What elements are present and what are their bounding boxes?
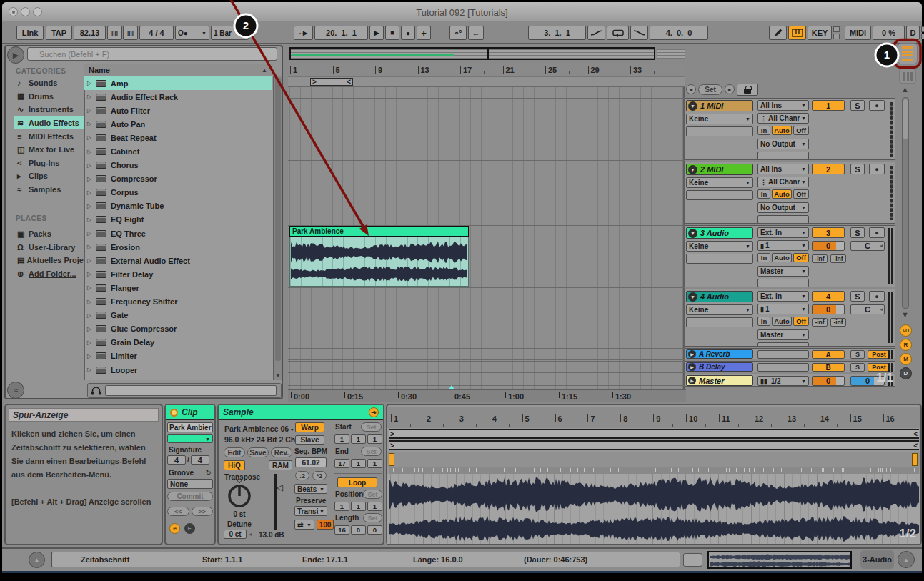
return-badge[interactable]: A	[812, 350, 845, 359]
list-header-row[interactable]: Name ▲	[84, 64, 273, 76]
device-row-glue-compressor[interactable]: ▷Glue Compressor	[84, 322, 272, 336]
sidebar-item-add-folder[interactable]: ⊕Add Folder...	[14, 267, 84, 281]
groove-pool-button[interactable]: ≈	[7, 382, 24, 399]
device-row-external-audio-effect[interactable]: ▷External Audio Effect	[84, 254, 272, 267]
search-input[interactable]	[27, 47, 277, 61]
track-number-badge[interactable]: 3	[812, 227, 845, 238]
arrangement-position-field[interactable]: 20. 1. 1	[314, 26, 368, 40]
output-chooser[interactable]: Master▼	[757, 266, 809, 277]
scrollbar-thumb[interactable]	[275, 78, 281, 361]
clip-name-field[interactable]: Park Ambier	[167, 422, 213, 432]
track-title[interactable]: ▶Master	[686, 375, 753, 386]
master-volume[interactable]: 0	[812, 376, 845, 386]
quantize-grid-menu[interactable]: 1 Bar▼	[211, 26, 249, 40]
returns-section-toggle[interactable]: R	[900, 339, 912, 351]
warp-mode-chooser[interactable]: Beats▼	[294, 484, 327, 494]
volume-slider[interactable]: 0	[812, 304, 845, 314]
device-chooser[interactable]: Keine▼	[686, 241, 753, 252]
hiq-toggle[interactable]: HiQ	[224, 460, 245, 470]
output-channel-slot[interactable]	[757, 152, 809, 160]
position-set-button[interactable]: Set	[363, 490, 382, 499]
expand-triangle-icon[interactable]: ▷	[87, 284, 96, 291]
expand-triangle-icon[interactable]: ▷	[87, 149, 96, 155]
sample-tab-icon[interactable]: ≋	[169, 523, 180, 534]
loop-brace[interactable]: ><	[310, 78, 353, 86]
marker-row[interactable]	[387, 452, 920, 467]
stop-button[interactable]: ■	[385, 26, 399, 40]
sample-end-marker[interactable]	[912, 453, 918, 466]
gain-value[interactable]: 13.0 dB	[259, 531, 284, 539]
tempo-field[interactable]: 82.13	[74, 26, 106, 40]
sample-start-marker[interactable]	[389, 453, 394, 466]
device-row-corpus[interactable]: ▷Corpus	[84, 186, 272, 199]
device-row-auto-filter[interactable]: ▷Auto Filter	[84, 104, 272, 117]
track-title[interactable]: ▼4 Audio	[686, 291, 753, 302]
output-chooser[interactable]: No Output▼	[757, 139, 809, 149]
back-to-arrangement-button[interactable]: ←	[468, 26, 484, 40]
device-row-eq-eight[interactable]: ▷EQ Eight	[84, 213, 272, 227]
tap-tempo-button[interactable]: TAP	[46, 26, 72, 40]
device-chooser[interactable]: Keine▼	[686, 304, 753, 315]
loop-length-value[interactable]: 16 0 0	[334, 525, 382, 535]
output-channel-slot[interactable]	[757, 342, 809, 347]
monitor-off-button[interactable]: Off	[793, 126, 809, 135]
input-channel-chooser[interactable]: ▮1▼	[757, 304, 809, 314]
sidebar-item-plug-ins[interactable]: ◃Plug-Ins	[14, 157, 84, 170]
current-track-button[interactable]: 3-Audio	[860, 550, 894, 569]
expand-triangle-icon[interactable]: ▷	[87, 312, 96, 319]
fold-icon[interactable]: ▼	[688, 101, 697, 111]
groove-refresh-icon[interactable]: ↻	[206, 469, 212, 477]
detune-field[interactable]: 0 ct	[224, 530, 247, 539]
track-number-badge[interactable]: 1	[812, 100, 845, 111]
expand-triangle-icon[interactable]: ▷	[87, 299, 96, 305]
edit-button[interactable]: Edit	[224, 447, 245, 457]
expand-triangle-icon[interactable]: ▷	[87, 271, 96, 277]
output-channel-slot[interactable]	[757, 279, 809, 287]
prev-clip-button[interactable]: <<	[167, 507, 189, 516]
volume-slider[interactable]: 0	[812, 241, 845, 251]
track-title[interactable]: ▶A Reverb	[686, 349, 753, 359]
expand-triangle-icon[interactable]: ▷	[87, 189, 96, 196]
play-fold-icon[interactable]: ▶	[688, 363, 696, 371]
start-set-button[interactable]: Set	[361, 422, 382, 432]
solo-button[interactable]: S	[850, 164, 865, 174]
play-fold-icon[interactable]: ▶	[688, 350, 696, 358]
scroll-up-icon[interactable]: ▲	[901, 85, 909, 94]
browser-fold-button[interactable]: ▶	[7, 46, 24, 64]
sort-arrow-icon[interactable]: ▲	[262, 67, 267, 74]
scroll-down-icon[interactable]: ▼	[275, 372, 281, 379]
track-number-badge[interactable]: 4	[812, 291, 845, 302]
monitor-off-button[interactable]: Off	[793, 189, 809, 199]
arm-button[interactable]: ●	[869, 100, 885, 111]
expand-triangle-icon[interactable]: ▷	[87, 339, 96, 346]
loop-toggle[interactable]: Loop	[337, 477, 377, 487]
sidebar-item-clips[interactable]: ▸Clips	[14, 169, 84, 183]
arrangement-overview[interactable]	[289, 47, 655, 60]
length-set-button[interactable]: Set	[363, 513, 382, 522]
loop-start-field[interactable]: 3. 1. 1	[528, 26, 586, 40]
input-type-chooser[interactable]: All Ins▼	[757, 164, 809, 174]
device-row-limiter[interactable]: ▷Limiter	[84, 349, 272, 363]
device-row-cabinet[interactable]: ▷Cabinet	[84, 144, 272, 158]
expand-triangle-icon[interactable]: ▷	[87, 217, 96, 223]
expand-triangle-icon[interactable]: ▷	[87, 134, 96, 141]
end-value[interactable]: 17 1 1	[334, 459, 382, 468]
time-signature-field[interactable]: 4 / 4	[139, 26, 174, 40]
arm-button[interactable]: ●	[869, 227, 885, 238]
beat-time-ruler[interactable]: 159131721252933	[288, 64, 685, 76]
device-row-looper[interactable]: ▷Looper	[84, 363, 272, 377]
monitor-off-button[interactable]: Off	[793, 253, 809, 262]
track-title[interactable]: ▼2 MIDI	[686, 164, 753, 175]
double-tempo-button[interactable]: *2	[312, 471, 327, 480]
return-badge[interactable]: B	[812, 363, 845, 372]
link-button[interactable]: Link	[16, 26, 44, 40]
track-title[interactable]: ▼1 MIDI	[686, 100, 753, 111]
overdub-button[interactable]: +	[417, 26, 431, 40]
track-number-badge[interactable]: 2	[812, 164, 845, 174]
input-type-chooser[interactable]: Ext. In▼	[757, 227, 809, 238]
device-chooser[interactable]: Keine▼	[686, 177, 753, 188]
gain-handle-icon[interactable]: ◁	[277, 482, 283, 492]
show-sample-arrow-icon[interactable]: ➔	[369, 407, 379, 417]
expand-triangle-icon[interactable]: ▷	[87, 244, 96, 250]
device-slot[interactable]	[757, 363, 809, 372]
